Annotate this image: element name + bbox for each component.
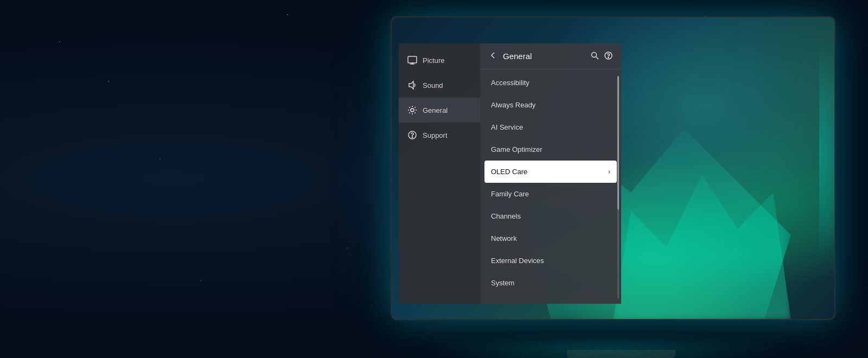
menu-label-family-care: Family Care: [491, 190, 529, 198]
menu-label-network: Network: [491, 234, 517, 242]
menu-item-external-devices[interactable]: External Devices: [480, 250, 621, 272]
menu-item-network[interactable]: Network: [480, 227, 621, 250]
panel-header: General: [480, 43, 621, 69]
help-button[interactable]: [604, 52, 612, 61]
menu-label-external-devices: External Devices: [491, 257, 544, 265]
menu-label-game-optimizer: Game Optimizer: [491, 145, 542, 154]
tv-container: Picture Sound General: [391, 16, 852, 342]
menu-label-always-ready: Always Ready: [491, 101, 535, 109]
sidebar-item-picture[interactable]: Picture: [399, 48, 480, 73]
svg-point-7: [592, 52, 597, 57]
sidebar-label-support: Support: [423, 131, 448, 139]
search-button[interactable]: [591, 52, 599, 61]
picture-icon: [407, 55, 417, 65]
header-icons: [591, 52, 612, 61]
scroll-thumb: [617, 76, 619, 209]
menu-item-channels[interactable]: Channels: [480, 205, 621, 227]
general-icon: [407, 105, 417, 115]
sidebar-item-sound[interactable]: Sound: [399, 73, 480, 98]
menu-item-accessibility[interactable]: Accessibility: [480, 72, 621, 94]
menu-label-oled-care: OLED Care: [491, 168, 527, 176]
menu-item-ai-service[interactable]: AI Service: [480, 116, 621, 138]
sidebar-label-picture: Picture: [423, 56, 444, 65]
sidebar-item-support[interactable]: Support: [399, 123, 480, 148]
menu-list: Accessibility Always Ready AI Service Ga…: [480, 69, 621, 304]
svg-line-8: [596, 56, 599, 59]
support-icon: [407, 130, 417, 140]
scroll-indicator: [617, 76, 619, 298]
svg-marker-3: [409, 81, 413, 89]
main-panel: General: [480, 43, 621, 304]
menu-item-game-optimizer[interactable]: Game Optimizer: [480, 138, 621, 161]
sidebar-label-sound: Sound: [423, 81, 443, 90]
menu-label-system: System: [491, 279, 514, 287]
sidebar-label-general: General: [423, 106, 448, 114]
tv-screen: Picture Sound General: [391, 16, 835, 320]
tv-reflection: [418, 342, 797, 358]
sidebar-item-general[interactable]: General: [399, 98, 480, 123]
menu-item-always-ready[interactable]: Always Ready: [480, 94, 621, 116]
menu-item-family-care[interactable]: Family Care: [480, 183, 621, 205]
sidebar: Picture Sound General: [399, 43, 480, 304]
svg-rect-0: [408, 56, 417, 63]
menu-overlay: Picture Sound General: [399, 43, 621, 304]
menu-item-system[interactable]: System: [480, 272, 621, 294]
menu-label-accessibility: Accessibility: [491, 79, 529, 87]
menu-item-oled-care[interactable]: OLED Care ›: [484, 161, 617, 183]
svg-point-10: [608, 57, 609, 57]
menu-label-ai-service: AI Service: [491, 123, 523, 131]
panel-title: General: [503, 52, 585, 61]
svg-point-4: [411, 108, 414, 112]
menu-label-channels: Channels: [491, 212, 521, 220]
back-button[interactable]: [489, 51, 497, 61]
svg-point-6: [412, 137, 413, 138]
sound-icon: [407, 80, 417, 90]
chevron-right-icon: ›: [608, 168, 610, 176]
